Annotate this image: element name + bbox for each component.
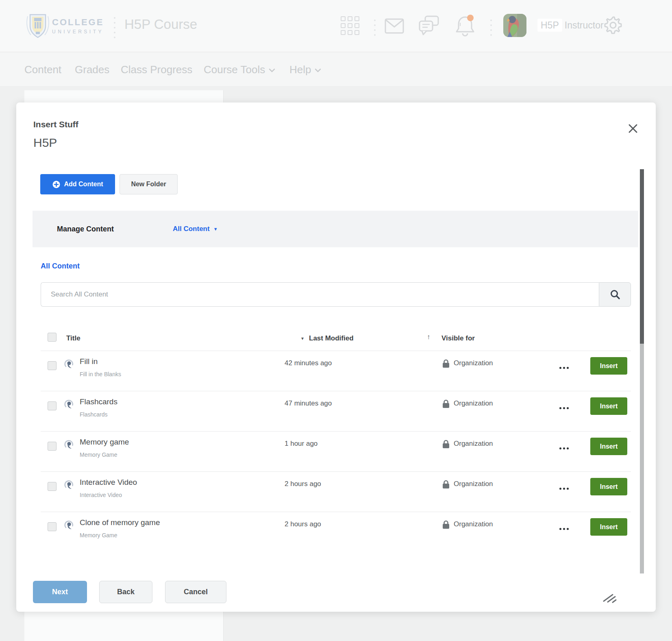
nav-help[interactable]: Help [289,52,321,87]
insert-button[interactable]: Insert [590,438,627,455]
content-row: Clone of memory game Memory Game 2 hours… [41,512,631,552]
column-visible-for[interactable]: Visible for [441,334,475,342]
more-actions-button[interactable] [554,362,574,374]
lock-icon [442,480,450,491]
lock-icon [442,359,450,370]
scrollbar-track[interactable] [640,344,644,573]
resize-handle-icon[interactable] [602,591,618,605]
visibility-value: Organization [454,480,493,488]
sort-ascending-icon[interactable]: ↑ [427,333,431,341]
content-type: Memory Game [80,532,117,539]
content-toolbar: Add Content New Folder [40,174,178,194]
content-title[interactable]: Flashcards [80,397,117,406]
column-title[interactable]: Title [66,334,80,342]
row-checkbox[interactable] [48,522,57,531]
app-header: COLLEGE UNIVERSITY H5P Course [0,0,672,52]
insert-button[interactable]: Insert [590,357,627,375]
row-checkbox[interactable] [48,401,57,410]
nav-class-progress[interactable]: Class Progress [121,52,192,87]
search-bar [41,282,631,307]
close-icon[interactable] [626,122,640,136]
last-modified-value: 2 hours ago [285,520,321,528]
more-actions-button[interactable] [554,402,574,414]
content-title[interactable]: Clone of memory game [80,518,160,527]
plus-circle-icon [52,181,60,188]
header-divider [114,17,115,38]
gear-icon[interactable] [604,16,622,36]
breadcrumb-all-content[interactable]: All Content [41,262,80,270]
content-row: Flashcards Flashcards 47 minutes ago Org… [41,391,631,431]
mail-icon[interactable] [385,18,404,35]
select-all-checkbox[interactable] [48,333,57,342]
last-modified-value: 42 minutes ago [285,359,332,367]
chevron-down-icon [315,67,321,74]
more-actions-button[interactable] [554,442,574,454]
chevron-down-icon [269,67,275,74]
chat-icon[interactable] [419,15,439,38]
next-button[interactable]: Next [33,581,87,603]
content-row: Interactive Video Interactive Video 2 ho… [41,471,631,512]
university-logo-text: COLLEGE UNIVERSITY [52,17,104,35]
lock-icon [442,399,450,410]
content-filter-dropdown[interactable]: All Content▼ [173,225,218,233]
column-last-modified[interactable]: Last Modified [309,334,354,342]
search-input[interactable] [41,282,599,307]
last-modified-value: 47 minutes ago [285,399,332,408]
caret-down-icon: ▼ [213,227,218,231]
lock-icon [442,520,450,531]
nav-grades[interactable]: Grades [75,52,109,87]
last-modified-value: 1 hour ago [285,440,318,448]
university-logo[interactable] [25,12,50,41]
visibility-value: Organization [454,399,493,408]
insert-button[interactable]: Insert [590,478,627,495]
h5p-content-icon [63,479,75,493]
logo-line2: UNIVERSITY [52,29,104,35]
dialog-subtitle: H5P [33,136,57,150]
lock-icon [442,440,450,450]
content-title[interactable]: Fill in [80,357,98,366]
content-title[interactable]: Interactive Video [80,478,137,487]
notification-badge [467,15,474,21]
table-header: Title ▾ Last Modified ↑ Visible for [41,325,631,351]
app-grid-icon[interactable] [341,16,359,35]
more-actions-button[interactable] [554,523,574,535]
back-button[interactable]: Back [99,581,152,603]
content-table: Fill in Fill in the Blanks 42 minutes ag… [41,351,631,552]
row-checkbox[interactable] [48,482,57,491]
manage-content-bar: Manage Content All Content▼ [33,211,638,247]
user-name-highlight: H5P [537,19,562,32]
content-title[interactable]: Memory game [80,438,129,447]
row-checkbox[interactable] [48,361,57,370]
manage-content-label: Manage Content [57,225,114,233]
row-checkbox[interactable] [48,442,57,451]
insert-button[interactable]: Insert [590,518,627,536]
more-actions-button[interactable] [554,482,574,495]
cancel-button[interactable]: Cancel [165,581,226,603]
search-icon [610,289,620,300]
last-modified-value: 2 hours ago [285,480,321,488]
h5p-content-icon [63,438,75,452]
h5p-content-icon [63,358,75,372]
nav-content[interactable]: Content [24,52,61,87]
header-divider [490,20,492,36]
dialog-footer: Next Back Cancel [33,581,226,603]
scrollbar-thumb[interactable] [640,169,644,344]
logo-line1: COLLEGE [52,17,104,28]
insert-button[interactable]: Insert [590,397,627,415]
user-name-rest: Instructor [565,20,604,31]
avatar[interactable] [503,14,526,37]
content-row: Fill in Fill in the Blanks 42 minutes ag… [41,351,631,391]
h5p-content-icon [63,398,75,412]
sort-descending-icon[interactable]: ▾ [301,336,304,341]
content-type: Flashcards [80,411,107,418]
nav-course-tools[interactable]: Course Tools [204,52,275,87]
course-navbar: Content Grades Class Progress Course Too… [0,52,672,87]
search-button[interactable] [599,282,631,307]
new-folder-button[interactable]: New Folder [120,174,178,194]
user-name[interactable]: H5PInstructor [537,20,604,31]
content-type: Fill in the Blanks [80,371,121,377]
insert-stuff-dialog: Insert Stuff H5P Add Content New Folder … [16,102,656,612]
add-content-button[interactable]: Add Content [40,174,115,194]
course-title: H5P Course [124,17,197,32]
content-type: Memory Game [80,451,117,458]
